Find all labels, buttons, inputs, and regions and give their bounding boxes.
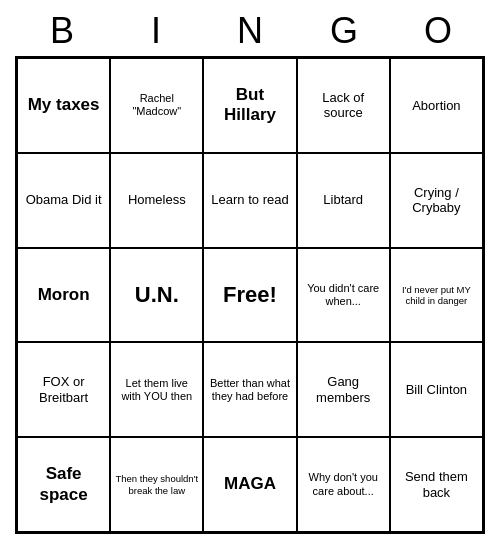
header-n: N [205, 10, 295, 52]
bingo-cell-5: Obama Did it [17, 153, 110, 248]
bingo-cell-21: Then they shouldn't break the law [110, 437, 203, 532]
bingo-cell-19: Bill Clinton [390, 342, 483, 437]
header-g: G [299, 10, 389, 52]
bingo-cell-10: Moron [17, 248, 110, 343]
bingo-header: B I N G O [15, 10, 485, 52]
bingo-cell-15: FOX or Breitbart [17, 342, 110, 437]
bingo-cell-4: Abortion [390, 58, 483, 153]
bingo-cell-12: Free! [203, 248, 296, 343]
bingo-cell-16: Let them live with YOU then [110, 342, 203, 437]
bingo-cell-1: Rachel "Madcow" [110, 58, 203, 153]
bingo-cell-8: Libtard [297, 153, 390, 248]
bingo-cell-13: You didn't care when... [297, 248, 390, 343]
bingo-cell-6: Homeless [110, 153, 203, 248]
bingo-cell-11: U.N. [110, 248, 203, 343]
bingo-cell-17: Better than what they had before [203, 342, 296, 437]
bingo-cell-18: Gang members [297, 342, 390, 437]
bingo-cell-2: But Hillary [203, 58, 296, 153]
bingo-grid: My taxesRachel "Madcow"But HillaryLack o… [15, 56, 485, 534]
bingo-cell-14: I'd never put MY child in danger [390, 248, 483, 343]
bingo-cell-0: My taxes [17, 58, 110, 153]
bingo-cell-7: Learn to read [203, 153, 296, 248]
bingo-cell-20: Safe space [17, 437, 110, 532]
header-o: O [393, 10, 483, 52]
header-b: B [17, 10, 107, 52]
bingo-cell-3: Lack of source [297, 58, 390, 153]
bingo-cell-22: MAGA [203, 437, 296, 532]
bingo-cell-23: Why don't you care about... [297, 437, 390, 532]
bingo-cell-9: Crying / Crybaby [390, 153, 483, 248]
header-i: I [111, 10, 201, 52]
bingo-cell-24: Send them back [390, 437, 483, 532]
